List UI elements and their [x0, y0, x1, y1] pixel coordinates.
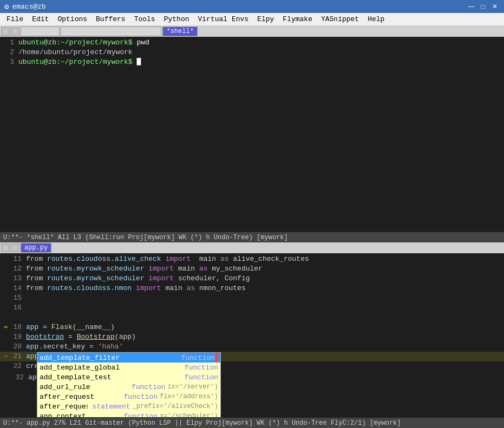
ac-type-4: function [124, 393, 158, 401]
ac-item-3[interactable]: add_url_rule function ix='/server') [37, 382, 220, 392]
code-line-13: 13 from routes.myrowk_scheduler import s… [0, 274, 504, 284]
shell-line-1: 1 ubuntu@zb:~/project/mywork$ pwd [2, 38, 502, 48]
ac-item-5[interactable]: after_request_funcs statement _prefix='/… [37, 401, 220, 411]
shell-line-3: 3 ubuntu@zb:~/project/mywork$ █ [2, 57, 502, 67]
ac-item-0[interactable]: add_template_filter function [37, 353, 220, 363]
tab-lsp-stderr[interactable]: *lsp-python-mode stderr* [61, 27, 162, 36]
arrow-18: ⇒ [0, 322, 10, 332]
ac-type-6: function [124, 412, 158, 418]
titlebar-left: ⚙ emacs@zb [4, 2, 46, 11]
titlebar: ⚙ emacs@zb — □ ✕ [0, 0, 504, 13]
shell-pane-wrapper: ◄ ► *Python* *lsp-python-mode stderr* *s… [0, 26, 504, 242]
code-line-14: 14 from routes.cloudoss.nmon import main… [0, 284, 504, 293]
code-line-20: 20 app.secret_key = 'haha' [0, 342, 504, 352]
menu-item-yasnippet[interactable]: YASnippet [317, 14, 363, 25]
shell-editor: 1 ubuntu@zb:~/project/mywork$ pwd 2 /hom… [0, 37, 504, 232]
ac-type-0: function [181, 354, 215, 362]
ac-name-2: add_template_test [40, 373, 180, 381]
code-status-bar: U:**- app.py 27% L21 Git-master (Python … [0, 417, 504, 428]
code-line-18: ⇒ 18 app = Flask(__name__) [0, 322, 504, 332]
ac-name-1: add_template_global [40, 364, 180, 372]
code-status-text: U:**- app.py 27% L21 Git-master (Python … [3, 419, 401, 427]
arrow-21: ⇒ [0, 352, 10, 361]
menu-item-file[interactable]: File [2, 14, 28, 25]
titlebar-controls: — □ ✕ [466, 2, 500, 11]
menu-item-flymake[interactable]: Flymake [278, 14, 317, 25]
shell-line-2: 2 /home/ubuntu/project/mywork [2, 48, 502, 57]
code-line-16: 16 [0, 303, 504, 313]
ac-item-4[interactable]: after_request function fix='/address') [37, 392, 220, 401]
shell-tab-bar: ◄ ► *Python* *lsp-python-mode stderr* *s… [0, 26, 504, 37]
ac-item-1[interactable]: add_template_global function [37, 363, 220, 372]
ac-item-6[interactable]: app_context function x='/scheduler') [37, 411, 220, 417]
tab-python[interactable]: *Python* [21, 27, 60, 36]
menu-item-virtual envs[interactable]: Virtual Envs [193, 14, 253, 25]
menu-item-edit[interactable]: Edit [28, 14, 53, 25]
code-line-11: 11 from routes.cloudoss.alive_check impo… [0, 254, 504, 264]
menu-item-options[interactable]: Options [53, 14, 91, 25]
ac-type-5: statement [92, 403, 130, 411]
code-tab-bar: ◄ ► app.py [0, 242, 504, 253]
code-line-12: 12 from routes.myrowk_scheduler import m… [0, 264, 504, 274]
code-editor: 11 from routes.cloudoss.alive_check impo… [0, 253, 504, 417]
maximize-button[interactable]: □ [478, 2, 488, 11]
menubar: FileEditOptionsBuffersToolsPythonVirtual… [0, 13, 504, 26]
ac-scrollbar [215, 353, 218, 363]
tab-shell[interactable]: *shell* [162, 27, 197, 36]
ac-item-2[interactable]: add_template_test function [37, 372, 220, 382]
minimize-button[interactable]: — [466, 2, 476, 11]
emacs-icon: ⚙ [4, 2, 9, 11]
autocomplete-dropdown[interactable]: add_template_filter function add_templat… [37, 352, 221, 417]
shell-status-text: U:**- *shell* All L3 (Shell:run Proj[myw… [3, 234, 288, 241]
ac-type-3: function [132, 383, 165, 391]
code-pane-wrapper: ◄ ► app.py 11 from routes.cloudoss.alive… [0, 242, 504, 428]
ac-type-1: function [185, 364, 218, 372]
menu-item-python[interactable]: Python [160, 14, 194, 25]
code-tab-prev[interactable]: ◄ [1, 243, 10, 252]
menu-item-help[interactable]: Help [363, 14, 389, 25]
code-tab-next[interactable]: ► [11, 243, 19, 252]
tab-app-py[interactable]: app.py [21, 243, 51, 253]
ac-name-0: add_template_filter [40, 354, 177, 362]
ac-type-2: function [185, 373, 218, 381]
titlebar-title: emacs@zb [12, 3, 45, 11]
ac-name-3: add_url_rule [40, 383, 127, 391]
code-line-17 [0, 313, 504, 322]
code-line-15: 15 [0, 293, 504, 303]
menu-item-tools[interactable]: Tools [130, 14, 160, 25]
code-line-19: 19 bootstrap = Bootstrap(app) [0, 332, 504, 342]
shell-tab-next[interactable]: ► [11, 27, 19, 36]
ac-name-4: after_request [40, 393, 120, 401]
ac-name-6: app_context [40, 412, 120, 418]
shell-status-bar: U:**- *shell* All L3 (Shell:run Proj[myw… [0, 232, 504, 242]
close-button[interactable]: ✕ [490, 2, 500, 11]
menu-item-buffers[interactable]: Buffers [91, 14, 130, 25]
ac-name-5: after_request_funcs [40, 403, 88, 411]
menu-item-elpy[interactable]: Elpy [253, 14, 278, 25]
shell-tab-prev[interactable]: ◄ [1, 27, 10, 36]
